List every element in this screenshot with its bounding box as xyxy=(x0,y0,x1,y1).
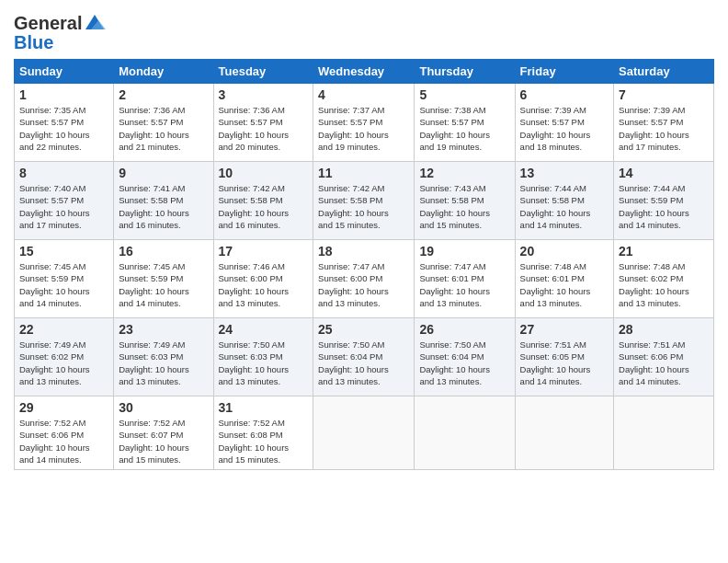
calendar-cell: 15Sunrise: 7:45 AMSunset: 5:59 PMDayligh… xyxy=(15,240,114,318)
day-info: Sunrise: 7:36 AMSunset: 5:57 PMDaylight:… xyxy=(119,104,208,153)
day-number: 14 xyxy=(619,166,709,180)
calendar-cell: 30Sunrise: 7:52 AMSunset: 6:07 PMDayligh… xyxy=(114,396,213,470)
calendar-header-row: SundayMondayTuesdayWednesdayThursdayFrid… xyxy=(15,60,714,84)
calendar-cell: 1Sunrise: 7:35 AMSunset: 5:57 PMDaylight… xyxy=(15,84,114,162)
day-number: 7 xyxy=(619,87,709,102)
day-number: 19 xyxy=(419,244,509,259)
day-info: Sunrise: 7:35 AMSunset: 5:57 PMDaylight:… xyxy=(19,104,108,153)
day-info: Sunrise: 7:49 AMSunset: 6:03 PMDaylight:… xyxy=(119,339,208,387)
day-info: Sunrise: 7:39 AMSunset: 5:57 PMDaylight:… xyxy=(520,104,609,153)
day-number: 13 xyxy=(520,166,609,180)
day-number: 15 xyxy=(19,244,108,259)
day-info: Sunrise: 7:48 AMSunset: 6:02 PMDaylight:… xyxy=(619,260,709,309)
calendar: SundayMondayTuesdayWednesdayThursdayFrid… xyxy=(14,59,714,470)
calendar-cell: 14Sunrise: 7:44 AMSunset: 5:59 PMDayligh… xyxy=(614,162,714,240)
day-info: Sunrise: 7:45 AMSunset: 5:59 PMDaylight:… xyxy=(119,260,208,309)
calendar-cell: 5Sunrise: 7:38 AMSunset: 5:57 PMDaylight… xyxy=(415,84,515,162)
day-info: Sunrise: 7:50 AMSunset: 6:04 PMDaylight:… xyxy=(419,339,509,387)
calendar-cell: 16Sunrise: 7:45 AMSunset: 5:59 PMDayligh… xyxy=(114,240,213,318)
calendar-cell: 20Sunrise: 7:48 AMSunset: 6:01 PMDayligh… xyxy=(515,240,613,318)
day-number: 25 xyxy=(318,322,409,337)
calendar-cell: 19Sunrise: 7:47 AMSunset: 6:01 PMDayligh… xyxy=(415,240,515,318)
day-number: 22 xyxy=(19,322,108,337)
calendar-cell: 24Sunrise: 7:50 AMSunset: 6:03 PMDayligh… xyxy=(213,318,313,396)
day-info: Sunrise: 7:47 AMSunset: 6:00 PMDaylight:… xyxy=(318,260,409,309)
day-number: 30 xyxy=(119,400,208,415)
day-info: Sunrise: 7:49 AMSunset: 6:02 PMDaylight:… xyxy=(19,339,108,387)
calendar-cell: 18Sunrise: 7:47 AMSunset: 6:00 PMDayligh… xyxy=(313,240,415,318)
calendar-cell: 10Sunrise: 7:42 AMSunset: 5:58 PMDayligh… xyxy=(213,162,313,240)
day-number: 1 xyxy=(19,87,108,102)
day-number: 29 xyxy=(19,400,108,415)
day-info: Sunrise: 7:52 AMSunset: 6:07 PMDaylight:… xyxy=(119,417,208,465)
day-info: Sunrise: 7:39 AMSunset: 5:57 PMDaylight:… xyxy=(619,104,709,153)
logo-icon xyxy=(82,13,108,33)
calendar-cell: 23Sunrise: 7:49 AMSunset: 6:03 PMDayligh… xyxy=(114,318,213,396)
calendar-cell: 8Sunrise: 7:40 AMSunset: 5:57 PMDaylight… xyxy=(15,162,114,240)
day-number: 8 xyxy=(19,166,108,180)
day-number: 26 xyxy=(419,322,509,337)
calendar-cell: 27Sunrise: 7:51 AMSunset: 6:05 PMDayligh… xyxy=(515,318,613,396)
page-container: General Blue SundayMondayTuesdayWednesda… xyxy=(0,0,728,479)
day-info: Sunrise: 7:36 AMSunset: 5:57 PMDaylight:… xyxy=(219,104,309,153)
day-header-tuesday: Tuesday xyxy=(213,60,313,84)
calendar-cell: 17Sunrise: 7:46 AMSunset: 6:00 PMDayligh… xyxy=(213,240,313,318)
day-number: 5 xyxy=(419,87,509,102)
calendar-cell: 26Sunrise: 7:50 AMSunset: 6:04 PMDayligh… xyxy=(415,318,515,396)
calendar-cell xyxy=(614,396,714,470)
day-info: Sunrise: 7:44 AMSunset: 5:59 PMDaylight:… xyxy=(619,182,709,231)
calendar-cell: 3Sunrise: 7:36 AMSunset: 5:57 PMDaylight… xyxy=(213,84,313,162)
day-number: 9 xyxy=(119,166,208,180)
calendar-cell: 29Sunrise: 7:52 AMSunset: 6:06 PMDayligh… xyxy=(15,396,114,470)
calendar-week-1: 1Sunrise: 7:35 AMSunset: 5:57 PMDaylight… xyxy=(15,84,714,162)
day-number: 20 xyxy=(520,244,609,259)
day-number: 17 xyxy=(219,244,309,259)
day-number: 28 xyxy=(619,322,709,337)
calendar-week-2: 8Sunrise: 7:40 AMSunset: 5:57 PMDaylight… xyxy=(15,162,714,240)
day-number: 21 xyxy=(619,244,709,259)
day-info: Sunrise: 7:40 AMSunset: 5:57 PMDaylight:… xyxy=(19,182,108,231)
day-info: Sunrise: 7:41 AMSunset: 5:58 PMDaylight:… xyxy=(119,182,208,231)
day-info: Sunrise: 7:51 AMSunset: 6:05 PMDaylight:… xyxy=(520,339,609,387)
day-number: 31 xyxy=(219,400,309,415)
day-header-friday: Friday xyxy=(515,60,613,84)
calendar-cell: 6Sunrise: 7:39 AMSunset: 5:57 PMDaylight… xyxy=(515,84,613,162)
calendar-cell: 13Sunrise: 7:44 AMSunset: 5:58 PMDayligh… xyxy=(515,162,613,240)
day-header-monday: Monday xyxy=(114,60,213,84)
day-header-saturday: Saturday xyxy=(614,60,714,84)
day-number: 23 xyxy=(119,322,208,337)
day-number: 12 xyxy=(419,166,509,180)
day-info: Sunrise: 7:42 AMSunset: 5:58 PMDaylight:… xyxy=(219,182,309,231)
calendar-cell: 21Sunrise: 7:48 AMSunset: 6:02 PMDayligh… xyxy=(614,240,714,318)
day-info: Sunrise: 7:42 AMSunset: 5:58 PMDaylight:… xyxy=(318,182,409,231)
day-info: Sunrise: 7:37 AMSunset: 5:57 PMDaylight:… xyxy=(318,104,409,153)
calendar-cell xyxy=(415,396,515,470)
day-number: 10 xyxy=(219,166,309,180)
day-number: 11 xyxy=(318,166,409,180)
day-info: Sunrise: 7:38 AMSunset: 5:57 PMDaylight:… xyxy=(419,104,509,153)
day-number: 6 xyxy=(520,87,609,102)
calendar-cell xyxy=(515,396,613,470)
day-info: Sunrise: 7:43 AMSunset: 5:58 PMDaylight:… xyxy=(419,182,509,231)
day-number: 18 xyxy=(318,244,409,259)
calendar-cell: 28Sunrise: 7:51 AMSunset: 6:06 PMDayligh… xyxy=(614,318,714,396)
day-header-sunday: Sunday xyxy=(15,60,114,84)
day-info: Sunrise: 7:52 AMSunset: 6:06 PMDaylight:… xyxy=(19,417,108,465)
day-info: Sunrise: 7:50 AMSunset: 6:04 PMDaylight:… xyxy=(318,339,409,387)
calendar-cell: 25Sunrise: 7:50 AMSunset: 6:04 PMDayligh… xyxy=(313,318,415,396)
calendar-cell: 2Sunrise: 7:36 AMSunset: 5:57 PMDaylight… xyxy=(114,84,213,162)
calendar-cell: 11Sunrise: 7:42 AMSunset: 5:58 PMDayligh… xyxy=(313,162,415,240)
calendar-cell: 12Sunrise: 7:43 AMSunset: 5:58 PMDayligh… xyxy=(415,162,515,240)
day-number: 24 xyxy=(219,322,309,337)
day-number: 27 xyxy=(520,322,609,337)
day-header-wednesday: Wednesday xyxy=(313,60,415,84)
day-header-thursday: Thursday xyxy=(415,60,515,84)
header: General Blue xyxy=(14,9,714,52)
day-number: 16 xyxy=(119,244,208,259)
day-number: 3 xyxy=(219,87,309,102)
calendar-cell: 7Sunrise: 7:39 AMSunset: 5:57 PMDaylight… xyxy=(614,84,714,162)
day-info: Sunrise: 7:47 AMSunset: 6:01 PMDaylight:… xyxy=(419,260,509,309)
day-info: Sunrise: 7:48 AMSunset: 6:01 PMDaylight:… xyxy=(520,260,609,309)
calendar-week-4: 22Sunrise: 7:49 AMSunset: 6:02 PMDayligh… xyxy=(15,318,714,396)
day-number: 2 xyxy=(119,87,208,102)
